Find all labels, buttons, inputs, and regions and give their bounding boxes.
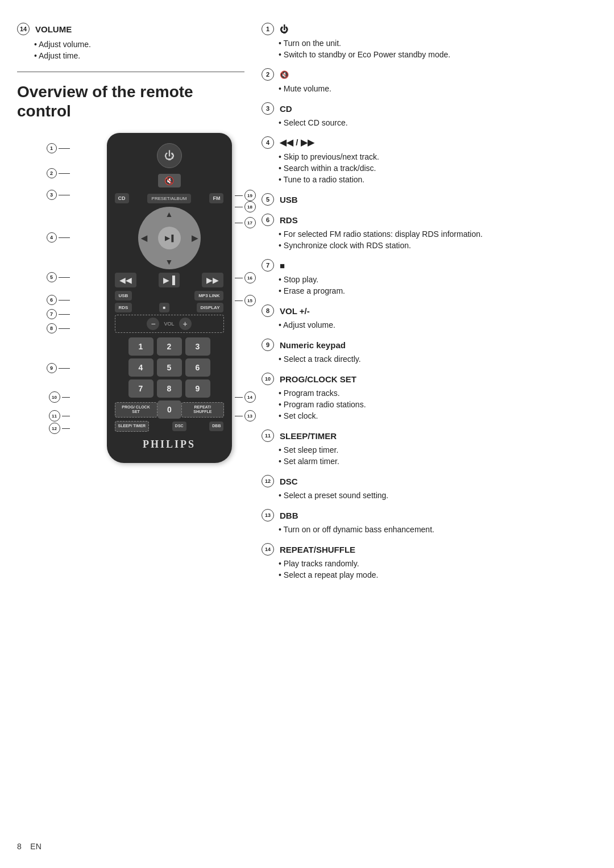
item-10-badge: 10	[262, 373, 274, 385]
dsc-button[interactable]: DSC	[172, 422, 186, 431]
item-14-bullet-0: Play tracks randomly.	[279, 558, 597, 569]
nav-circle-wrap: ▲ ▼ ◀ ▶ ▶▐	[115, 207, 224, 269]
item-14-badge: 14	[262, 543, 274, 556]
item-1-badge: 1	[262, 23, 274, 35]
prev-button[interactable]: ◀◀	[115, 273, 136, 287]
repeat-shuffle-button[interactable]: REPEAT/ SHUFFLE	[181, 402, 223, 418]
power-button-row: ⏻	[115, 143, 224, 168]
item-11-bullet-0: Set sleep timer.	[279, 444, 597, 456]
item-8-bullet-0: Adjust volume.	[279, 319, 597, 331]
item-8-title-row: 8 VOL +/-	[262, 304, 597, 317]
callout-15: 15	[244, 295, 256, 306]
item-4-title-row: 4 ◀◀ / ▶▶	[262, 136, 597, 149]
num-4-button[interactable]: 4	[128, 358, 154, 377]
prog-row: PROG/ CLOCK SET 0 REPEAT/ SHUFFLE	[115, 400, 224, 419]
nav-down-arrow[interactable]: ▼	[165, 257, 173, 266]
num-0-button[interactable]: 0	[157, 400, 182, 419]
num-3-button[interactable]: 3	[185, 337, 210, 356]
item-12-badge: 12	[262, 475, 274, 487]
item-6-title: RDS	[280, 215, 298, 225]
callout-3: 3	[47, 190, 57, 200]
item-11: 11 SLEEP/TIMER Set sleep timer. Set alar…	[262, 429, 597, 467]
num-2-button[interactable]: 2	[157, 337, 182, 356]
num-7-button[interactable]: 7	[128, 379, 154, 398]
mp3-link-button[interactable]: MP3 LINK	[194, 291, 223, 301]
nav-right-arrow[interactable]: ▶	[192, 233, 198, 243]
item-7: 7 ■ Stop play. Erase a program.	[262, 259, 597, 297]
item-12-bullet-0: Select a preset sound setting.	[279, 490, 597, 501]
item-11-title: SLEEP/TIMER	[280, 431, 337, 441]
mute-button-row: 🔇	[115, 174, 224, 187]
item-10: 10 PROG/CLOCK SET Program tracks. Progra…	[262, 373, 597, 422]
page-lang: EN	[30, 842, 41, 851]
num-5-button[interactable]: 5	[157, 358, 182, 377]
item-10-title: PROG/CLOCK SET	[280, 374, 356, 384]
usb-row: USB MP3 LINK	[115, 291, 224, 301]
callout-2: 2	[47, 168, 57, 178]
display-button[interactable]: DISPLAY	[197, 303, 224, 312]
item-7-bullet-1: Erase a program.	[279, 285, 597, 297]
section-divider	[17, 72, 244, 72]
play-pause-button[interactable]: ▶▐	[159, 273, 180, 287]
item-13-bullet-0: Turn on or off dynamic bass enhancement.	[279, 524, 597, 535]
item-6-bullet-1: Synchronize clock with RDS station.	[279, 240, 597, 251]
volume-bullets: Adjust volume. Adjust time.	[17, 39, 244, 61]
item-6: 6 RDS For selected FM radio stations: di…	[262, 214, 597, 251]
callout-12: 12	[49, 423, 60, 434]
item-11-bullets: Set sleep timer. Set alarm timer.	[262, 444, 597, 467]
item-13: 13 DBB Turn on or off dynamic bass enhan…	[262, 509, 597, 535]
nav-left-arrow[interactable]: ◀	[141, 233, 147, 243]
item-5-badge: 5	[262, 193, 274, 206]
item-8: 8 VOL +/- Adjust volume.	[262, 304, 597, 331]
section-heading: Overview of the remote control	[17, 82, 244, 120]
item-14-bullets: Play tracks randomly. Select a repeat pl…	[262, 558, 597, 581]
item-11-title-row: 11 SLEEP/TIMER	[262, 429, 597, 442]
rds-button[interactable]: RDS	[115, 303, 132, 312]
nav-play-button[interactable]: ▶▐	[158, 227, 181, 249]
callout-19: 19	[244, 190, 256, 201]
dbb-button[interactable]: DBB	[209, 422, 223, 431]
item-11-bullet-1: Set alarm timer.	[279, 456, 597, 467]
item-12-title: DSC	[280, 477, 298, 486]
callout-9: 9	[47, 363, 57, 373]
item-2-badge: 2	[262, 68, 274, 81]
vol-plus-button[interactable]: +	[179, 318, 192, 330]
right-column: 1 ⏻ Turn on the unit. Switch to standby …	[256, 23, 597, 589]
item-3-bullets: Select CD source.	[262, 117, 597, 128]
power-button[interactable]: ⏻	[157, 143, 182, 168]
sleep-timer-button[interactable]: SLEEP/ TIMER	[115, 421, 150, 431]
preset-album-button[interactable]: PRESET/ALBUM	[147, 194, 192, 203]
num-1-button[interactable]: 1	[128, 337, 154, 356]
numpad-row-1: 1 2 3	[115, 337, 224, 356]
page-num: 8	[17, 842, 22, 851]
mute-button[interactable]: 🔇	[158, 174, 181, 187]
num-8-button[interactable]: 8	[157, 379, 182, 398]
prog-clock-button[interactable]: PROG/ CLOCK SET	[115, 402, 157, 418]
item-1-bullet-0: Turn on the unit.	[279, 37, 597, 49]
nav-up-arrow[interactable]: ▲	[165, 210, 173, 219]
usb-button[interactable]: USB	[115, 291, 132, 301]
item-9-badge: 9	[262, 339, 274, 351]
remote-body: ⏻ 🔇 CD PRESET/ALBUM	[107, 133, 232, 462]
callout-16: 16	[244, 272, 256, 283]
item-12-title-row: 12 DSC	[262, 475, 597, 487]
item-14-title: REPEAT/SHUFFLE	[280, 545, 355, 554]
fm-button[interactable]: FM	[209, 193, 223, 203]
item-9-bullets: Select a track directly.	[262, 353, 597, 365]
vol-label: VOL	[164, 321, 174, 327]
callout-7: 7	[47, 309, 57, 319]
num-6-button[interactable]: 6	[185, 358, 210, 377]
stop-button[interactable]: ■	[159, 303, 170, 312]
num-9-button[interactable]: 9	[185, 379, 210, 398]
page-number: 8 EN	[17, 842, 42, 851]
item-14-bullet-1: Select a repeat play mode.	[279, 569, 597, 581]
next-button[interactable]: ▶▶	[202, 273, 223, 287]
item-12: 12 DSC Select a preset sound setting.	[262, 475, 597, 501]
cd-button[interactable]: CD	[115, 193, 129, 203]
bottom-row: SLEEP/ TIMER DSC DBB	[115, 421, 224, 431]
item-3-title-row: 3 CD	[262, 102, 597, 115]
callout-1: 1	[47, 143, 57, 153]
item-6-title-row: 6 RDS	[262, 214, 597, 226]
item-2-title-row: 2 🔇	[262, 68, 597, 81]
vol-minus-button[interactable]: −	[147, 318, 159, 330]
